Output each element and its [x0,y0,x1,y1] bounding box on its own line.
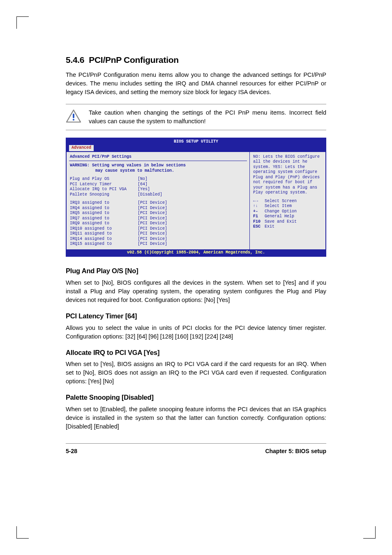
bios-nav-row: ESCExit [253,224,322,230]
bios-setting-value: [PCI Device] [138,211,167,216]
bios-nav-row: +-Change Option [253,209,322,214]
bios-setting-label: Pallete Snooping [70,192,138,198]
bios-setting-label: IRQ9 assigned to [70,221,138,226]
bios-nav-label: Save and Exit [265,219,297,225]
bios-tab-advanced: Advanced [69,145,94,151]
subsection-text: When set to [Yes], BIOS assigns an IRQ t… [66,360,326,386]
bios-setting-row: IRQ9 assigned to[PCI Device] [70,221,246,226]
bios-setting-value: [PCI Device] [138,242,167,247]
bios-header: BIOS SETUP UTILITY [67,138,325,145]
bios-nav-key: +- [253,209,265,214]
bios-setting-label: IRQ3 assigned to [70,200,138,206]
bios-settings-group2: IRQ3 assigned to[PCI Device] IRQ4 assign… [70,200,246,247]
bios-nav-label: Exit [265,224,274,230]
bios-setting-label: IRQ10 assigned to [70,226,138,232]
bios-setting-value: [PCI Device] [138,221,167,226]
intro-paragraph: The PCI/PnP Configuration menu items all… [66,71,326,97]
caution-text: Take caution when changing the settings … [89,108,326,126]
bios-nav-row: ↑↓Select Item [253,204,322,209]
bios-setting-value: [Disabled] [138,192,162,198]
bios-setting-row: IRQ14 assigned to[PCI Device] [70,237,246,242]
crop-mark [16,16,29,29]
bios-setting-value: [No] [138,177,148,182]
bios-setting-label: IRQ14 assigned to [70,237,138,242]
section-heading: 5.4.6 PCI/PnP Configuration [66,53,326,67]
bios-help-text: NO: Lets the BIOS configure all the devi… [253,154,322,196]
bios-setting-row: IRQ7 assigned to[PCI Device] [70,216,246,221]
bios-setting-value: [PCI Device] [138,216,167,221]
subsection-heading: Allocate IRQ to PCI VGA [Yes] [66,348,326,358]
bios-tab-row: Advanced [67,145,325,152]
bios-screenshot: BIOS SETUP UTILITY Advanced Advanced PCI… [66,138,326,257]
bios-divider [69,161,247,161]
bios-main-panel: Advanced PCI/PnP Settings WARNING: Setti… [67,152,249,249]
bios-setting-row: Allocate IRQ to PCI VGA[Yes] [70,187,246,192]
chapter-label: Chapter 5: BIOS setup [265,447,326,456]
bios-setting-value: [PCI Device] [138,206,167,211]
page-footer: 5-28 Chapter 5: BIOS setup [66,443,326,456]
bios-nav-key: ←→ [253,199,265,204]
bios-help-panel: NO: Lets the BIOS configure all the devi… [249,152,325,249]
bios-setting-label: IRQ15 assigned to [70,242,138,247]
caution-callout: Take caution when changing the settings … [66,104,326,130]
bios-nav-label: Change Option [265,209,297,214]
svg-point-1 [73,119,74,120]
bios-setting-value: [PCI Device] [138,231,167,237]
bios-settings-group1: Plug and Play OS[No] PCI Latency Timer[6… [70,177,246,197]
bios-nav-key: ↑↓ [253,204,265,209]
bios-setting-label: Allocate IRQ to PCI VGA [70,187,138,192]
subsection-heading: Plug And Play O/S [No] [66,266,326,276]
bios-setting-row: IRQ11 assigned to[PCI Device] [70,231,246,237]
bios-main-title: Advanced PCI/PnP Settings [70,154,246,160]
bios-setting-value: [PCI Device] [138,226,167,232]
bios-nav-label: General Help [265,214,294,219]
bios-setting-value: [Yes] [138,187,150,192]
svg-rect-0 [73,113,74,118]
subsection-text: Allows you to select the value in units … [66,324,326,341]
section-title-text: PCI/PnP Configuration [89,55,178,64]
bios-warning-line2: may cause system to malfunction. [70,168,246,174]
subsection-text: When set to [Enabled], the pallete snoop… [66,405,326,431]
bios-setting-label: PCI Latency Timer [70,182,138,187]
subsection-heading: PCI Latency Timer [64] [66,311,326,321]
section-number: 5.4.6 [66,55,84,64]
bios-nav-key: F1 [253,214,265,219]
bios-setting-label: Plug and Play OS [70,177,138,182]
bios-nav-row: ←→Select Screen [253,199,322,204]
bios-setting-label: IRQ5 assigned to [70,211,138,216]
bios-footer: v02.58 (C)Copyright 1985-2004, American … [67,249,325,256]
subsection-text: When set to [No], BIOS configures all th… [66,279,326,304]
bios-body: Advanced PCI/PnP Settings WARNING: Setti… [67,152,325,249]
bios-setting-value: [PCI Device] [138,237,167,242]
bios-nav-row: F1General Help [253,214,322,219]
bios-setting-value: [64] [138,182,148,187]
bios-setting-row: IRQ3 assigned to[PCI Device] [70,200,246,206]
bios-warning: WARNING: Setting wrong values in below s… [70,163,246,173]
page-content: 5.4.6 PCI/PnP Configuration The PCI/PnP … [41,21,351,472]
bios-setting-row: IRQ10 assigned to[PCI Device] [70,226,246,232]
bios-setting-row: IRQ5 assigned to[PCI Device] [70,211,246,216]
bios-nav-keys: ←→Select Screen ↑↓Select Item +-Change O… [253,199,322,230]
bios-setting-label: IRQ7 assigned to [70,216,138,221]
bios-setting-row: Plug and Play OS[No] [70,177,246,182]
bios-setting-row: IRQ4 assigned to[PCI Device] [70,206,246,211]
bios-nav-label: Select Screen [265,199,297,204]
bios-setting-row: Pallete Snooping[Disabled] [70,192,246,198]
bios-setting-row: IRQ15 assigned to[PCI Device] [70,242,246,247]
bios-nav-label: Select Item [265,204,292,209]
page-number: 5-28 [66,447,77,456]
subsection-heading: Palette Snooping [Disabled] [66,392,326,403]
bios-nav-key: F10 [253,219,265,225]
bios-setting-row: PCI Latency Timer[64] [70,182,246,187]
bios-setting-label: IRQ4 assigned to [70,206,138,211]
bios-setting-label: IRQ11 assigned to [70,231,138,237]
caution-icon [66,109,81,123]
bios-nav-row: F10Save and Exit [253,219,322,225]
bios-warning-line1: WARNING: Setting wrong values in below s… [70,163,246,168]
bios-setting-value: [PCI Device] [138,200,167,206]
bios-nav-key: ESC [253,224,265,230]
